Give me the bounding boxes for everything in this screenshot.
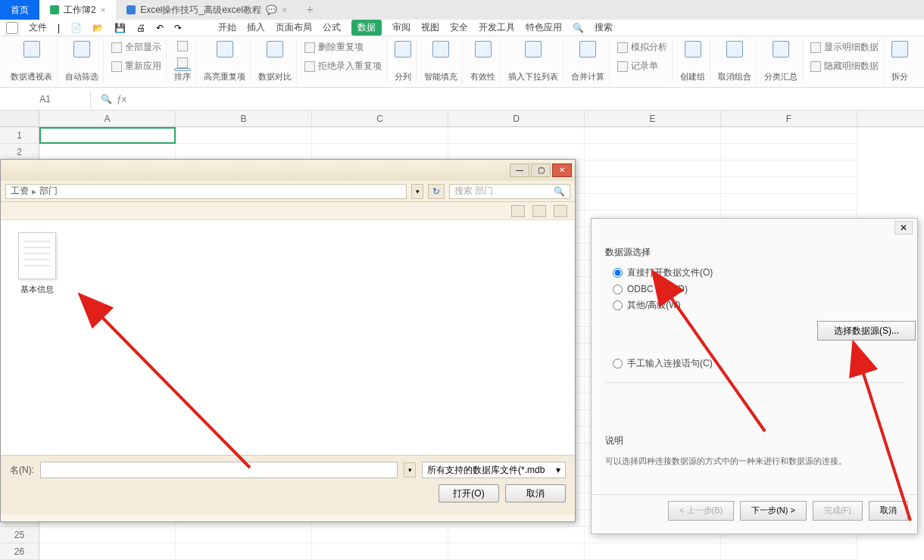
cell[interactable] <box>312 127 448 144</box>
ribbon-splitview[interactable]: 拆分 <box>887 39 913 84</box>
cell[interactable] <box>312 527 448 543</box>
view-button[interactable] <box>532 205 546 217</box>
cell[interactable] <box>721 160 857 177</box>
sort-desc-icon[interactable] <box>177 58 188 68</box>
ribbon-ungroup[interactable]: 取消组合 <box>713 39 757 84</box>
cell[interactable] <box>39 543 176 560</box>
fx-icon[interactable]: ƒx <box>117 94 126 104</box>
menu-security[interactable]: 安全 <box>450 21 468 34</box>
ribbon-consolidate[interactable]: 合并计算 <box>567 39 610 84</box>
select-all-corner[interactable] <box>0 110 39 126</box>
col-header[interactable]: B <box>176 110 312 126</box>
ribbon-compare[interactable]: 数据对比 <box>254 39 297 84</box>
cancel-button[interactable]: 取消 <box>505 484 566 502</box>
filename-input[interactable] <box>40 462 398 478</box>
close-button[interactable]: ✕ <box>894 221 913 235</box>
cell[interactable] <box>312 144 448 160</box>
cell[interactable] <box>585 160 721 177</box>
search-input[interactable]: 搜索 部门🔍 <box>449 184 570 199</box>
row-header[interactable]: 2 <box>0 144 39 160</box>
menu-insert[interactable]: 插入 <box>247 21 265 34</box>
cell[interactable] <box>721 127 857 144</box>
record-form[interactable]: 记录单 <box>617 60 658 73</box>
ribbon-group[interactable]: 创建组 <box>676 39 710 84</box>
ribbon-sort[interactable]: 排序 <box>170 39 196 84</box>
ribbon-filter[interactable]: 自动筛选 <box>61 39 104 84</box>
ribbon-subtotal[interactable]: 分类汇总 <box>760 39 803 84</box>
cell[interactable] <box>585 194 721 210</box>
maximize-button[interactable]: ▢ <box>531 163 551 177</box>
cell[interactable] <box>176 527 312 543</box>
radio-input[interactable] <box>613 300 623 310</box>
cell[interactable] <box>448 543 585 560</box>
menu-view[interactable]: 视图 <box>421 21 439 34</box>
reapply[interactable]: 重新应用 <box>111 60 161 73</box>
reject-dup[interactable]: 拒绝录入重复项 <box>304 60 382 73</box>
ribbon-pivot[interactable]: 数据透视表 <box>6 39 58 84</box>
qat-print-icon[interactable]: 🖨 <box>136 23 145 33</box>
cell[interactable] <box>176 144 312 160</box>
remove-dup[interactable]: 删除重复项 <box>304 41 364 54</box>
radio-odbc[interactable]: ODBC DSN(D) <box>613 284 904 294</box>
radio-input[interactable] <box>613 268 623 278</box>
menu-review[interactable]: 审阅 <box>392 21 410 34</box>
menu-search[interactable]: 搜索 <box>595 21 613 34</box>
breadcrumb[interactable]: 工资 ▸ 部门 <box>5 184 407 199</box>
show-detail[interactable]: 显示明细数据 <box>810 41 879 54</box>
row-header[interactable]: 1 <box>0 127 39 144</box>
breadcrumb-item[interactable]: 部门 <box>39 185 58 198</box>
cell[interactable] <box>721 543 857 560</box>
name-box[interactable]: A1 <box>0 91 91 107</box>
whatif[interactable]: 模拟分析 <box>617 41 667 54</box>
search-icon[interactable]: 🔍 <box>101 94 112 104</box>
doc-tab[interactable]: Excel操作技巧_高级excel教程💬× <box>116 0 297 20</box>
sort-asc-icon[interactable] <box>177 41 188 51</box>
col-header[interactable]: D <box>448 110 585 126</box>
cancel-button[interactable]: 取消 <box>869 501 908 521</box>
cell[interactable] <box>39 527 176 543</box>
cell[interactable] <box>721 144 857 160</box>
ribbon-flashfill[interactable]: 智能填充 <box>420 39 463 84</box>
cell[interactable] <box>448 144 585 160</box>
file-list[interactable]: 基本信息 <box>1 220 575 455</box>
cell[interactable] <box>585 177 721 194</box>
cell[interactable] <box>312 543 448 560</box>
open-button[interactable]: 打开(O) <box>439 484 499 502</box>
show-all[interactable]: 全部显示 <box>111 41 161 54</box>
cell[interactable] <box>448 127 585 144</box>
row-header[interactable]: 25 <box>0 527 39 543</box>
qat-save-icon[interactable]: 💾 <box>114 23 126 33</box>
cell[interactable] <box>721 194 857 210</box>
radio-input[interactable] <box>613 285 623 294</box>
home-tab[interactable]: 首页 <box>0 0 39 20</box>
ribbon-dropdown[interactable]: 插入下拉列表 <box>504 39 563 84</box>
menu-data[interactable]: 数据 <box>351 20 382 36</box>
next-button[interactable]: 下一步(N) > <box>740 501 807 521</box>
select-source-button[interactable]: 选择数据源(S)... <box>817 321 916 341</box>
new-tab-button[interactable]: + <box>298 3 323 17</box>
cell[interactable] <box>585 543 721 560</box>
ribbon-split[interactable]: 分列 <box>390 39 417 84</box>
file-item[interactable]: 基本信息 <box>13 232 61 295</box>
radio-manual[interactable]: 手工输入连接语句(C) <box>613 357 904 370</box>
qat-new-icon[interactable]: 📄 <box>70 23 82 33</box>
help-button[interactable] <box>554 205 567 217</box>
cell[interactable] <box>585 144 721 160</box>
workbook-tab[interactable]: 工作簿2× <box>39 0 116 20</box>
close-icon[interactable]: × <box>101 5 105 14</box>
qat-undo-icon[interactable]: ↶ <box>156 23 164 33</box>
view-button[interactable] <box>511 205 525 217</box>
cell[interactable] <box>721 177 857 194</box>
ribbon-highlight[interactable]: 高亮重复项 <box>199 39 251 84</box>
menu-formula[interactable]: 公式 <box>323 21 341 34</box>
menu-layout[interactable]: 页面布局 <box>276 21 312 34</box>
cell[interactable] <box>176 543 312 560</box>
radio-input[interactable] <box>613 359 623 369</box>
radio-other[interactable]: 其他/高级(W) <box>613 299 904 312</box>
cell[interactable] <box>39 127 176 144</box>
qat-redo-icon[interactable]: ↷ <box>174 23 182 33</box>
cell[interactable] <box>448 527 585 543</box>
filename-dropdown[interactable]: ▾ <box>404 462 416 478</box>
breadcrumb-item[interactable]: 工资 <box>11 185 29 198</box>
menu-start[interactable]: 开始 <box>218 21 236 34</box>
